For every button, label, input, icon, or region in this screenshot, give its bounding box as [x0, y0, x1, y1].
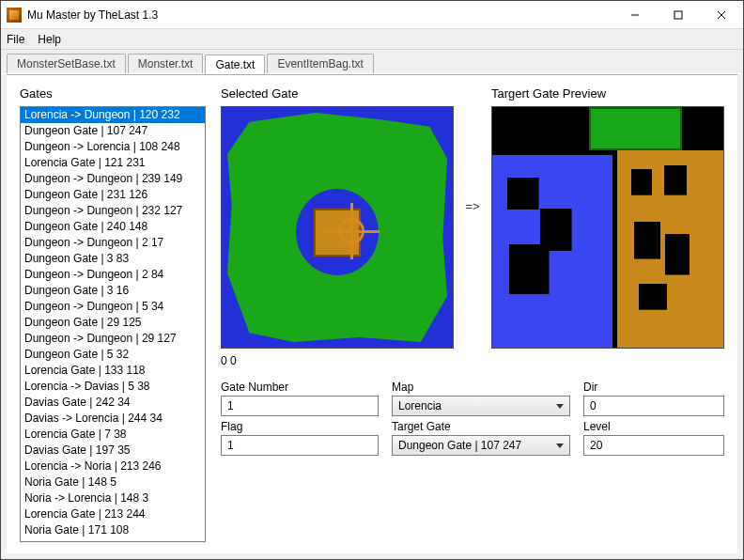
selected-gate-col: Selected Gate 0 0: [221, 86, 454, 367]
flag-field[interactable]: [221, 435, 379, 456]
tab-eventitembag[interactable]: EventItemBag.txt: [267, 54, 373, 73]
target-gate-combobox[interactable]: Dungeon Gate | 107 247: [392, 435, 570, 456]
level-group: Level: [583, 420, 724, 456]
list-item[interactable]: Dungeon Gate | 5 32: [21, 347, 205, 363]
list-item[interactable]: Dungeon -> Dungeon | 232 127: [21, 203, 205, 219]
list-item[interactable]: Dungeon -> Dungeon | 29 127: [21, 331, 205, 347]
chevron-down-icon: [556, 404, 564, 409]
detail-panel: Selected Gate 0 0 => Targert Gate Previe…: [221, 86, 724, 542]
menubar: File Help: [1, 29, 743, 50]
selected-gate-map[interactable]: [221, 106, 454, 349]
list-item[interactable]: Dungeon Gate | 29 125: [21, 315, 205, 331]
dir-group: Dir: [583, 381, 724, 416]
list-item[interactable]: Davias Gate | 242 34: [21, 395, 205, 411]
tab-monster[interactable]: Monster.txt: [128, 54, 204, 73]
arrow-label: =>: [461, 86, 484, 213]
dir-field[interactable]: [583, 396, 724, 416]
gate-form: Gate Number Map Lorencia Dir Flag: [221, 381, 724, 456]
app-window: Mu Master by TheLast 1.3 File Help Monst…: [0, 0, 744, 560]
list-item[interactable]: Noria Gate | 148 5: [21, 474, 205, 490]
list-item[interactable]: Lorencia Gate | 7 38: [21, 427, 205, 443]
tab-monstersetbase[interactable]: MonsterSetBase.txt: [7, 54, 126, 73]
close-icon: [717, 10, 726, 20]
target-gate-col: Targert Gate Preview: [491, 86, 724, 349]
list-item[interactable]: Dungeon Gate | 3 83: [21, 251, 205, 267]
list-item[interactable]: Dungeon -> Dungeon | 2 84: [21, 267, 205, 283]
list-item[interactable]: Dungeon -> Lorencia | 108 248: [21, 139, 205, 155]
menu-help[interactable]: Help: [38, 33, 61, 46]
list-item[interactable]: Lorencia Gate | 133 118: [21, 363, 205, 379]
gates-panel: Gates Lorencia -> Dungeon | 120 232Dunge…: [20, 86, 206, 542]
gate-number-group: Gate Number: [221, 381, 379, 416]
list-item[interactable]: Davias -> Lorencia | 244 34: [21, 411, 205, 427]
list-item[interactable]: Lorencia -> Davias | 5 38: [21, 379, 205, 395]
chevron-down-icon: [556, 443, 564, 448]
target-gate-label: Target Gate: [392, 420, 570, 433]
list-item[interactable]: Dungeon -> Dungeon | 5 34: [21, 299, 205, 315]
list-item[interactable]: Lorencia -> Noria | 213 246: [21, 459, 205, 474]
app-icon: [7, 8, 22, 23]
target-preview-heading: Targert Gate Preview: [491, 86, 724, 101]
list-item[interactable]: Dungeon Gate | 3 16: [21, 283, 205, 299]
gate-number-label: Gate Number: [221, 381, 379, 394]
content-area: Gates Lorencia -> Dungeon | 120 232Dunge…: [7, 74, 737, 553]
list-item[interactable]: Dungeon Gate | 107 247: [21, 123, 205, 139]
list-item[interactable]: Lorencia Gate | 121 231: [21, 155, 205, 171]
list-item[interactable]: Dungeon -> Dungeon | 2 17: [21, 235, 205, 251]
tab-gate[interactable]: Gate.txt: [205, 54, 265, 74]
selected-gate-heading: Selected Gate: [221, 86, 454, 101]
maps-row: Selected Gate 0 0 => Targert Gate Previe…: [221, 86, 724, 367]
gates-heading: Gates: [20, 86, 206, 101]
level-field[interactable]: [583, 435, 724, 456]
map-label: Map: [392, 381, 570, 394]
list-item[interactable]: Lorencia Gate | 213 244: [21, 506, 205, 522]
minimize-button[interactable]: [613, 1, 657, 29]
target-gate-combobox-value: Dungeon Gate | 107 247: [398, 439, 521, 452]
map-combobox[interactable]: Lorencia: [392, 396, 570, 416]
minimize-icon: [630, 10, 640, 20]
gates-listbox[interactable]: Lorencia -> Dungeon | 120 232Dungeon Gat…: [20, 106, 206, 542]
tabbar: MonsterSetBase.txt Monster.txt Gate.txt …: [1, 50, 743, 74]
target-gate-group: Target Gate Dungeon Gate | 107 247: [392, 420, 570, 456]
window-title: Mu Master by TheLast 1.3: [27, 8, 158, 22]
list-item[interactable]: Dungeon Gate | 231 126: [21, 187, 205, 203]
list-item[interactable]: Lorencia -> Dungeon | 120 232: [21, 107, 205, 123]
target-gate-map[interactable]: [491, 106, 724, 349]
map-combobox-value: Lorencia: [398, 399, 442, 412]
cursor-coords: 0 0: [221, 354, 454, 367]
list-item[interactable]: Davias -> Lost Tower | 2 248: [21, 538, 205, 542]
list-item[interactable]: Davias Gate | 197 35: [21, 443, 205, 459]
svg-rect-1: [674, 11, 682, 19]
level-label: Level: [583, 420, 724, 433]
flag-group: Flag: [221, 420, 379, 456]
list-item[interactable]: Noria Gate | 171 108: [21, 522, 205, 538]
titlebar: Mu Master by TheLast 1.3: [1, 1, 743, 29]
list-item[interactable]: Dungeon Gate | 240 148: [21, 219, 205, 235]
flag-label: Flag: [221, 420, 379, 433]
menu-file[interactable]: File: [7, 33, 24, 46]
gate-number-field[interactable]: [221, 396, 379, 416]
map-group: Map Lorencia: [392, 381, 570, 416]
list-item[interactable]: Dungeon -> Dungeon | 239 149: [21, 171, 205, 187]
maximize-icon: [674, 10, 683, 20]
close-button[interactable]: [700, 1, 743, 29]
maximize-button[interactable]: [657, 1, 700, 29]
list-item[interactable]: Noria -> Lorencia | 148 3: [21, 490, 205, 506]
dir-label: Dir: [583, 381, 724, 394]
